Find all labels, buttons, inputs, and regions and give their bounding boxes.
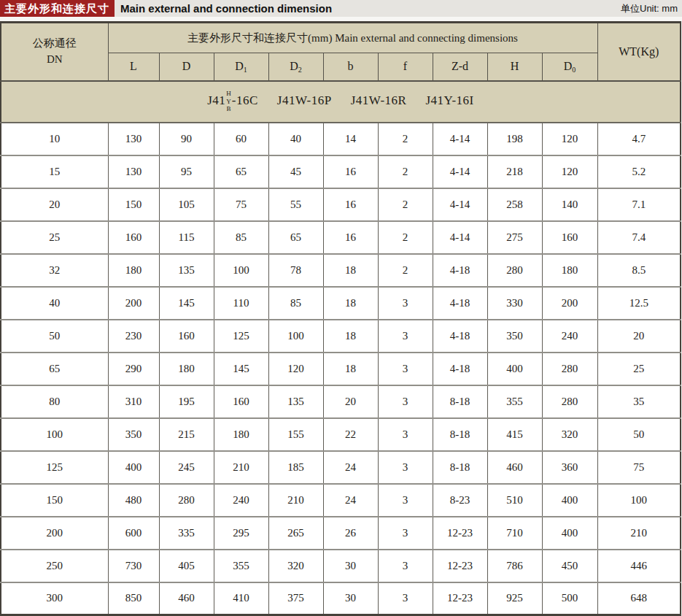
col-header-dn-en: DN xyxy=(1,52,108,68)
col-header-dn: 公称通径 DN xyxy=(1,23,108,81)
table-cell: 160 xyxy=(214,385,268,418)
table-cell: 2 xyxy=(378,254,433,287)
table-row: 25073040535532030312-23786450446 xyxy=(1,550,681,582)
table-cell: 65 xyxy=(268,221,323,254)
col-header-d0: D0 xyxy=(542,53,597,81)
table-cell: 18 xyxy=(323,254,378,287)
table-row: 40200145110851834-1833020012.5 xyxy=(1,287,681,320)
table-cell: 140 xyxy=(542,188,597,221)
table-cell: 15 xyxy=(1,155,108,188)
table-cell: 75 xyxy=(597,451,681,484)
table-cell: 8-23 xyxy=(433,484,487,517)
table-cell: 12-23 xyxy=(433,517,487,550)
table-cell: 150 xyxy=(108,188,159,221)
table-cell: 155 xyxy=(268,418,323,451)
table-cell: 135 xyxy=(159,254,214,287)
table-cell: 400 xyxy=(108,451,159,484)
table-cell: 320 xyxy=(542,418,597,451)
title-badge-cn: 主要外形和连接尺寸 xyxy=(0,0,115,17)
table-cell: 115 xyxy=(159,221,214,254)
table-cell: 350 xyxy=(108,418,159,451)
table-cell: 2 xyxy=(378,221,433,254)
table-cell: 200 xyxy=(108,287,159,320)
table-row: 1254002452101852438-1846036075 xyxy=(1,451,681,484)
table-cell: 280 xyxy=(542,385,597,418)
table-cell: 100 xyxy=(1,418,108,451)
table-cell: 75 xyxy=(214,188,268,221)
table-cell: 60 xyxy=(214,123,268,155)
col-header-h: H xyxy=(487,53,542,81)
table-cell: 80 xyxy=(1,385,108,418)
table-cell: 3 xyxy=(378,353,433,385)
table-cell: 350 xyxy=(487,320,542,353)
table-cell: 280 xyxy=(542,353,597,385)
table-cell: 180 xyxy=(108,254,159,287)
table-cell: 200 xyxy=(1,517,108,550)
table-cell: 210 xyxy=(268,484,323,517)
table-cell: 210 xyxy=(597,517,681,550)
table-cell: 8-18 xyxy=(433,451,487,484)
table-row: 101309060401424-141981204.7 xyxy=(1,123,681,155)
table-cell: 180 xyxy=(159,353,214,385)
table-cell: 218 xyxy=(487,155,542,188)
col-header-b: b xyxy=(323,53,378,81)
table-cell: 26 xyxy=(323,517,378,550)
table-cell: 18 xyxy=(323,287,378,320)
table-cell: 360 xyxy=(542,451,597,484)
table-cell: 375 xyxy=(268,582,323,615)
table-cell: 50 xyxy=(597,418,681,451)
table-cell: 22 xyxy=(323,418,378,451)
table-cell: 130 xyxy=(108,123,159,155)
table-cell: 120 xyxy=(542,123,597,155)
table-cell: 50 xyxy=(1,320,108,353)
table-cell: 310 xyxy=(108,385,159,418)
col-header-z-d: Z-d xyxy=(433,53,487,81)
table-cell: 480 xyxy=(108,484,159,517)
table-cell: 925 xyxy=(487,582,542,615)
table-cell: 8.5 xyxy=(597,254,681,287)
page: 主要外形和连接尺寸 Main external and connection d… xyxy=(0,0,682,616)
table-cell: 4-14 xyxy=(433,155,487,188)
model-code: J41W-16R xyxy=(351,93,407,107)
table-cell: 280 xyxy=(159,484,214,517)
table-cell: 3 xyxy=(378,418,433,451)
table-cell: 4-18 xyxy=(433,353,487,385)
table-body: 101309060401424-141981204.71513095654516… xyxy=(1,123,681,615)
table-cell: 150 xyxy=(1,484,108,517)
table-cell: 5.2 xyxy=(597,155,681,188)
table-cell: 400 xyxy=(542,517,597,550)
table-cell: 648 xyxy=(597,582,681,615)
table-cell: 30 xyxy=(323,582,378,615)
table-cell: 265 xyxy=(268,517,323,550)
table-cell: 40 xyxy=(1,287,108,320)
table-cell: 4-18 xyxy=(433,254,487,287)
table-cell: 14 xyxy=(323,123,378,155)
col-header-f: f xyxy=(378,53,433,81)
unit-label: 单位Unit: mm xyxy=(621,2,682,15)
table-row: 652901801451201834-1840028025 xyxy=(1,353,681,385)
table-cell: 250 xyxy=(1,550,108,582)
table-cell: 275 xyxy=(487,221,542,254)
table-row: 151309565451624-142181205.2 xyxy=(1,155,681,188)
table-cell: 405 xyxy=(159,550,214,582)
table-cell: 16 xyxy=(323,188,378,221)
table-cell: 145 xyxy=(214,353,268,385)
table-cell: 210 xyxy=(214,451,268,484)
table-cell: 215 xyxy=(159,418,214,451)
table-cell: 8-18 xyxy=(433,385,487,418)
model-designation-row: J41HYB-16CJ41W-16PJ41W-16RJ41Y-16I xyxy=(1,81,681,123)
table-cell: 4-18 xyxy=(433,320,487,353)
table-cell: 90 xyxy=(159,123,214,155)
table-cell: 12.5 xyxy=(597,287,681,320)
table-cell: 12-23 xyxy=(433,582,487,615)
table-cell: 280 xyxy=(487,254,542,287)
table-cell: 415 xyxy=(487,418,542,451)
table-cell: 300 xyxy=(1,582,108,615)
table-cell: 12-23 xyxy=(433,550,487,582)
table-cell: 510 xyxy=(487,484,542,517)
table-cell: 180 xyxy=(542,254,597,287)
table-cell: 500 xyxy=(542,582,597,615)
col-header-wt: WT(Kg) xyxy=(597,23,681,81)
table-cell: 35 xyxy=(597,385,681,418)
table-cell: 25 xyxy=(597,353,681,385)
